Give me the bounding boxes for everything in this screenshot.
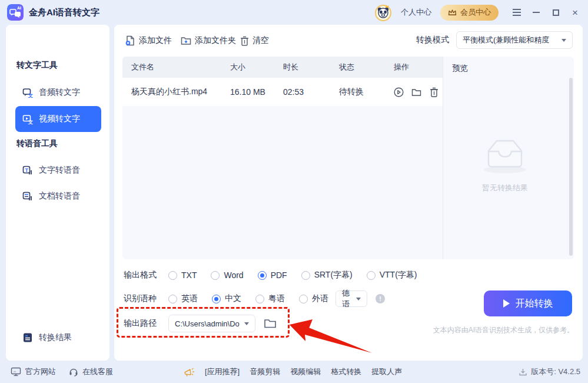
footer-link-vocal-extract[interactable]: 提取人声 [371,367,402,377]
format-option-label: Word [224,270,243,280]
online-service-link[interactable]: 在线客服 [69,367,113,377]
foreign-language-select[interactable]: 德语 [335,290,367,307]
app-title: 金舟AI语音转文字 [29,7,99,18]
sidebar-item-convert-result[interactable]: 转换结果 [15,326,101,349]
crown-icon [448,9,457,16]
vip-center-label: 会员中心 [460,7,491,18]
play-triangle-icon [503,299,510,308]
format-option-pdf[interactable]: PDF [258,270,287,280]
menu-icon[interactable] [512,8,521,17]
maximize-icon[interactable] [551,8,560,17]
col-size: 大小 [230,62,283,72]
output-path-row: 输出路径 C:\Users\admin\Doc [124,315,277,332]
sidebar-item-label: 转换结果 [39,332,72,343]
file-duration: 02:53 [283,87,339,97]
format-option-vtt[interactable]: VTT(字幕) [367,270,417,280]
open-folder-icon[interactable] [411,87,421,97]
col-filename: 文件名 [131,62,230,72]
sidebar-item-text-to-speech[interactable]: T 文字转语音 [15,159,101,182]
svg-text:AI: AI [17,6,21,10]
sidebar-section-text-tools: 转文字工具 [16,60,58,71]
add-folder-label: 添加文件夹 [195,35,236,46]
minimize-icon[interactable] [531,8,541,17]
lang-option-label: 中文 [225,293,241,304]
text-to-speech-icon: T [22,165,33,176]
official-site-label: 官方网站 [25,367,56,377]
radio-icon [211,271,220,280]
sidebar: 转文字工具 文 音频转文字 文 视频转文字 转语音工具 T 文字转语音 [6,25,109,361]
add-file-button[interactable]: 添加文件 [125,34,172,48]
format-option-txt[interactable]: TXT [168,270,197,280]
online-service-label: 在线客服 [82,367,113,377]
audio-to-text-icon: 文 [22,87,33,98]
preview-empty-state: 暂无转换结果 [443,133,567,193]
start-convert-label: 开始转换 [516,298,553,310]
footer-link-format-convert[interactable]: 格式转换 [331,367,361,377]
clear-button[interactable]: 清空 [240,34,269,48]
disclaimer-text: 文本内容由AI语音识别技术生成，仅供参考。 [433,325,574,335]
close-icon[interactable]: × [570,8,580,17]
radio-icon [299,295,308,303]
format-option-srt[interactable]: SRT(字幕) [301,270,353,280]
language-row: 识别语种 英语 中文 粤语 外语 德语 ! [124,290,385,308]
lang-option-label: 外语 [312,293,328,304]
footer-link-audio-edit[interactable]: 音频剪辑 [250,367,280,377]
footer-link-video-edit[interactable]: 视频编辑 [290,367,321,377]
chevron-down-icon [562,39,566,42]
radio-icon [367,271,376,280]
official-site-link[interactable]: ‹› 官方网站 [11,367,56,377]
col-status: 状态 [339,62,394,72]
doc-to-speech-icon [22,191,33,202]
chevron-down-icon [356,298,361,301]
convert-mode-select[interactable]: 平衡模式(兼顾性能和精度 [456,31,573,49]
browse-folder-icon[interactable] [264,317,277,330]
lang-option-chinese[interactable]: 中文 [212,293,241,304]
sidebar-item-audio-to-text[interactable]: 文 音频转文字 [15,81,101,104]
clear-label: 清空 [253,35,269,46]
preview-title: 预览 [452,63,468,74]
sidebar-item-doc-to-speech[interactable]: 文档转语音 [15,184,101,208]
lang-option-label: 英语 [181,293,198,304]
add-file-icon [125,35,135,46]
vip-center-button[interactable]: 会员中心 [440,5,499,21]
info-icon[interactable]: ! [376,294,385,303]
svg-text:T: T [25,167,29,173]
table-row[interactable]: 杨天真的小红书.mp4 16.10 MB 02:53 待转换 [122,78,443,106]
format-option-word[interactable]: Word [211,270,243,280]
chevron-down-icon [244,322,249,325]
radio-icon [301,271,310,280]
lang-option-foreign[interactable]: 外语 [299,293,328,304]
radio-icon [168,271,177,280]
preview-scrollbar[interactable] [569,78,573,256]
sidebar-item-label: 视频转文字 [39,114,80,124]
add-file-label: 添加文件 [139,35,172,46]
sidebar-section-voice-tools: 转语音工具 [16,138,58,149]
user-center-link[interactable]: 个人中心 [401,7,431,18]
output-path-label: 输出路径 [124,318,157,329]
play-circle-icon[interactable] [394,87,404,97]
sidebar-item-video-to-text[interactable]: 文 视频转文字 [15,106,101,132]
output-path-select[interactable]: C:\Users\admin\Doc [168,315,255,332]
radio-icon [255,295,264,303]
foreign-language-value: 德语 [342,288,351,309]
avatar[interactable] [374,4,392,21]
radio-checked-icon [212,295,221,303]
svg-text:‹›: ‹› [14,369,16,373]
format-option-label: SRT(字幕) [314,270,353,280]
video-to-text-icon: 文 [22,114,33,124]
format-option-label: VTT(字幕) [380,270,417,280]
start-convert-button[interactable]: 开始转换 [484,290,572,316]
lang-option-english[interactable]: 英语 [168,293,198,304]
radio-icon [168,295,177,303]
delete-icon[interactable] [429,87,439,97]
version-area[interactable]: 版本号: V4.2.5 [519,361,580,383]
file-name: 杨天真的小红书.mp4 [131,87,230,97]
sidebar-item-label: 音频转文字 [39,87,80,98]
format-option-label: TXT [181,270,197,280]
main-panel: 添加文件 添加文件夹 清空 转换模式 平衡模式(兼顾性能和精度 文件名 大小 时… [114,25,583,361]
trash-icon [240,36,249,46]
headset-icon [69,367,78,377]
lang-option-cantonese[interactable]: 粤语 [255,293,285,304]
radio-checked-icon [258,271,267,280]
add-folder-button[interactable]: 添加文件夹 [181,34,236,48]
